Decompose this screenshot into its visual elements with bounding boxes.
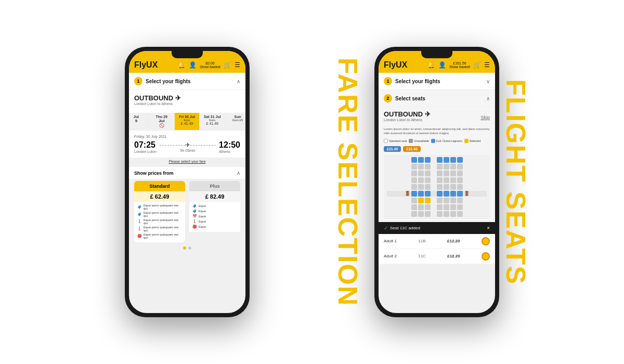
exit-icon-left: 🚪 xyxy=(405,191,410,196)
date-cell-2[interactable]: Fri 30 Jul from £ 41.49 xyxy=(175,113,200,130)
seat[interactable] xyxy=(444,157,449,163)
check-icon: ✓ xyxy=(384,225,388,231)
notch-left xyxy=(172,51,203,58)
passenger-rows: Adult 1 11B £12.20 Adult 2 11C £12.20 xyxy=(379,234,495,264)
header-icons-right: 🔔 👤 £161.56 Show basket 🛒 ☰ xyxy=(427,61,490,69)
scene: FlyUX 🔔 👤 £0.00 Show basket 🛒 ☰ 1 xyxy=(0,0,624,364)
seat-section: OUTBOUND ✈ London Luton to Athens Skip L… xyxy=(379,107,495,222)
logo-left: FlyUX xyxy=(134,60,158,70)
step2-accordion[interactable]: 2 Select seats ∧ xyxy=(379,90,495,107)
price-badge-1: £21.40 xyxy=(384,146,401,152)
notification-bar: ✓ Seat 11C added × xyxy=(379,222,495,234)
outbound-sub-left: London Luton to Athens xyxy=(134,102,240,106)
basket-icon-r[interactable]: 🛒 xyxy=(473,61,481,69)
fare-card-standard[interactable]: Standard £ 62.49 🧳Eque porro quisquam es… xyxy=(134,181,185,242)
fare-cards: Standard £ 62.49 🧳Eque porro quisquam es… xyxy=(129,181,245,242)
show-prices: Show prices from ∧ xyxy=(129,166,245,179)
step2-header[interactable]: 2 Select seats ∧ xyxy=(379,90,495,107)
date-cell-4[interactable]: Sun from £5 xyxy=(225,113,245,130)
step1-accordion[interactable]: 1 Select your flights ∧ xyxy=(129,73,245,89)
step2-chevron: ∧ xyxy=(486,96,490,101)
step1-header[interactable]: 1 Select your flights ∧ xyxy=(129,73,245,89)
header-price-left: £0.00 Show basket xyxy=(200,61,220,69)
logo-right: FlyUX xyxy=(384,60,407,70)
user-icon[interactable]: 👤 xyxy=(189,61,197,69)
screen-left: FlyUX 🔔 👤 £0.00 Show basket 🛒 ☰ 1 xyxy=(129,51,245,313)
step1-chevron-r: ∨ xyxy=(486,79,490,84)
dot-1[interactable] xyxy=(183,246,186,250)
date-cell-0[interactable]: Jul 9 xyxy=(129,113,149,130)
outbound-section-left: OUTBOUND ✈ London Luton to Athens xyxy=(129,90,245,113)
pax-circle-1[interactable] xyxy=(482,237,490,245)
header-price-right: £161.56 Show basket xyxy=(449,61,470,69)
please-select[interactable]: Please select your fare xyxy=(129,158,245,166)
step2-badge: 2 xyxy=(384,94,392,102)
outbound-label-left: OUTBOUND ✈ xyxy=(134,94,240,102)
notch-right xyxy=(421,51,452,58)
fare-card-plus[interactable]: Plus £ 82.49 🧳Eque 🧳Eque 📅Eque 🚶Eque 🎒Eq… xyxy=(189,181,240,242)
close-notif-button[interactable]: × xyxy=(487,225,490,231)
show-prices-chevron[interactable]: ∧ xyxy=(237,170,240,176)
date-cell-3[interactable]: Sat 31 Jul from £ 41.49 xyxy=(200,113,225,130)
plane-icon: ✈ xyxy=(185,141,190,149)
bell-icon[interactable]: 🔔 xyxy=(178,61,186,69)
step1-header-r[interactable]: 1 Select your flights ∨ xyxy=(379,73,495,89)
flight-time-row: Friday, 30 July 2021 07:25 London Luton … xyxy=(129,131,245,158)
step2-title: Select seats xyxy=(395,96,425,101)
price-badge-2: £32.40 xyxy=(403,146,420,152)
outbound-label-r: OUTBOUND ✈ xyxy=(384,110,431,118)
date-cell-1[interactable]: Thu 29 Jul 🚫 xyxy=(149,113,175,130)
pax-row-1: Adult 1 11B £12.20 xyxy=(384,234,490,249)
pax-circle-2[interactable] xyxy=(482,252,490,261)
step1-badge: 1 xyxy=(134,77,142,85)
screen-right: FlyUX 🔔 👤 £161.56 Show basket 🛒 ☰ 1 xyxy=(379,51,495,313)
lorem-text: Lorem ipsum dolor sit amet, consectetuer… xyxy=(384,127,490,136)
seat-map-area: 🚪 xyxy=(384,155,490,219)
step1-badge-r: 1 xyxy=(384,77,392,85)
step1-title-r: Select your flights xyxy=(395,79,440,84)
bell-icon-r[interactable]: 🔔 xyxy=(427,61,435,69)
menu-icon-r[interactable]: ☰ xyxy=(484,61,490,69)
basket-icon[interactable]: 🛒 xyxy=(224,61,231,69)
exit-icon-right: 🚪 xyxy=(464,191,470,196)
seat[interactable] xyxy=(411,157,417,163)
pagination-dots xyxy=(129,242,245,254)
legend: Standard seat Unavailable Exit / Extra L… xyxy=(384,139,490,143)
header-icons-left: 🔔 👤 £0.00 Show basket 🛒 ☰ xyxy=(178,61,240,69)
price-badges: £21.40 £32.40 xyxy=(384,146,490,152)
step1-title: Select your flights xyxy=(146,79,191,84)
dot-2[interactable] xyxy=(188,246,191,250)
seat[interactable] xyxy=(418,157,424,163)
menu-icon[interactable]: ☰ xyxy=(235,61,240,69)
step1-chevron: ∧ xyxy=(237,79,240,84)
seat[interactable] xyxy=(450,157,456,163)
date-strip: Jul 9 Thu 29 Jul 🚫 Fri 30 Jul from £ 41.… xyxy=(129,113,245,131)
phone-left: FlyUX 🔔 👤 £0.00 Show basket 🛒 ☰ 1 xyxy=(125,47,250,317)
seat[interactable] xyxy=(437,157,443,163)
user-icon-r[interactable]: 👤 xyxy=(438,61,446,69)
pax-row-2: Adult 2 11C £12.20 xyxy=(384,249,490,264)
seat[interactable] xyxy=(425,157,431,163)
seat[interactable] xyxy=(457,157,463,163)
flight-seats-label: FLIGHT SEATS xyxy=(500,79,531,285)
phone-right: FlyUX 🔔 👤 £161.56 Show basket 🛒 ☰ 1 xyxy=(374,47,499,317)
fare-selection-label: FARE SELECTION xyxy=(332,58,363,307)
skip-link[interactable]: Skip xyxy=(480,115,490,120)
step1-accordion-r[interactable]: 1 Select your flights ∨ xyxy=(379,73,495,89)
